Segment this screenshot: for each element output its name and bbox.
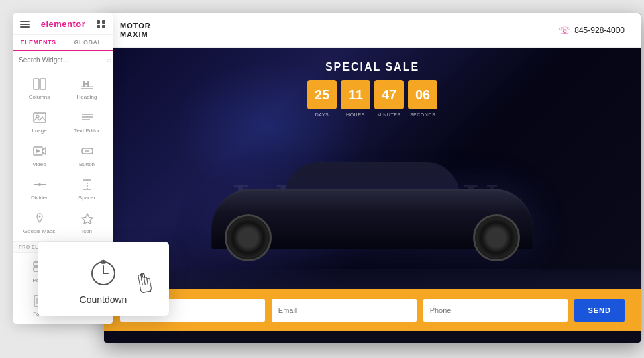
video-icon [30, 143, 49, 159]
car-wheel-left [225, 214, 272, 261]
svg-rect-1 [40, 79, 46, 89]
divider-label: Divider [31, 195, 48, 201]
countdown-minutes-value: 47 [382, 88, 396, 101]
widget-video[interactable]: Video [16, 139, 62, 171]
svg-point-6 [36, 115, 39, 118]
website-preview: MOTOR MAXIM ☏ 845-928-4000 SPECIAL SALE … [104, 13, 641, 343]
countdown-tooltip-label: Countdown [80, 294, 127, 305]
countdown-hours-value: 11 [348, 88, 363, 101]
button-label: Button [79, 161, 95, 167]
sidebar-tabs: ELEMENTS GLOBAL [13, 35, 113, 51]
google-maps-icon [30, 210, 49, 226]
phone-icon: ☏ [559, 25, 571, 36]
countdown-seconds-value: 06 [415, 88, 430, 101]
special-sale-title: SPECIAL SALE [307, 61, 437, 73]
spacer-icon [78, 177, 97, 193]
sidebar-header: elementor [13, 13, 113, 35]
countdown-hours-box: 11 [341, 80, 370, 109]
google-maps-label: Google Maps [23, 228, 56, 234]
search-icon: ⌕ [107, 55, 111, 64]
phone-input[interactable] [423, 299, 568, 322]
icon-label: Icon [82, 228, 92, 234]
svg-point-39 [103, 260, 105, 262]
hamburger-line-3 [20, 26, 30, 28]
heading-icon: H [78, 76, 97, 92]
svg-point-19 [38, 216, 40, 218]
countdown-boxes: 25 11 47 06 [307, 80, 437, 109]
countdown-clock-icon [87, 255, 120, 289]
widget-button[interactable]: Button [64, 139, 110, 171]
svg-rect-5 [34, 113, 46, 122]
widget-google-maps[interactable]: Google Maps [16, 206, 62, 238]
widget-text-editor[interactable]: Text Editor [64, 105, 110, 138]
elementor-logo: elementor [41, 19, 86, 29]
text-editor-label: Text Editor [74, 128, 100, 134]
widget-image[interactable]: Image [16, 105, 62, 138]
countdown-seconds-box: 06 [408, 80, 437, 109]
send-button[interactable]: SEND [574, 299, 625, 322]
floor [104, 269, 641, 289]
grid-view-icon[interactable] [97, 20, 106, 28]
email-input[interactable] [272, 299, 417, 322]
site-header: MOTOR MAXIM ☏ 845-928-4000 [104, 13, 641, 48]
site-logo: MOTOR MAXIM [120, 21, 151, 39]
divider-icon [30, 177, 49, 193]
widget-spacer[interactable]: Spacer [64, 173, 110, 205]
countdown-minutes-box: 47 [374, 80, 404, 109]
columns-icon [30, 76, 49, 92]
widgets-grid: Columns H Heading Image [13, 69, 113, 241]
hours-label: HOURS [341, 112, 370, 117]
hamburger-menu[interactable] [20, 21, 30, 28]
hamburger-line-2 [20, 24, 30, 25]
svg-marker-11 [36, 149, 40, 153]
widget-divider[interactable]: Divider [16, 173, 62, 205]
countdown-labels: DAYS HOURS MINUTES SECONDS [307, 112, 437, 117]
hamburger-line-1 [20, 21, 30, 22]
tab-global[interactable]: GLOBAL [63, 35, 113, 50]
special-sale-section: SPECIAL SALE 25 11 47 06 DAYS HOURS MINU… [307, 61, 437, 117]
countdown-days-box: 25 [307, 80, 337, 109]
spacer-label: Spacer [78, 195, 95, 201]
widget-heading[interactable]: H Heading [64, 72, 110, 104]
countdown-days-value: 25 [315, 88, 329, 101]
seconds-label: SECONDS [408, 112, 437, 117]
car-shape [184, 169, 560, 276]
site-form: SEND [104, 289, 641, 331]
car-wheel-right [473, 214, 520, 261]
text-editor-icon [78, 109, 97, 126]
search-box[interactable]: ⌕ [13, 51, 113, 69]
svg-point-15 [38, 183, 41, 186]
svg-rect-0 [34, 79, 39, 89]
search-input[interactable] [19, 56, 104, 64]
image-label: Image [32, 128, 46, 134]
site-phone: ☏ 845-928-4000 [559, 25, 625, 36]
svg-marker-20 [82, 214, 93, 224]
icon-widget-icon [78, 210, 97, 226]
video-label: Video [32, 161, 46, 167]
tab-elements[interactable]: ELEMENTS [13, 35, 63, 51]
widget-icon[interactable]: Icon [64, 206, 110, 238]
widget-columns[interactable]: Columns [16, 72, 62, 104]
image-icon [30, 109, 49, 126]
days-label: DAYS [307, 112, 337, 117]
site-hero: SPECIAL SALE 25 11 47 06 DAYS HOURS MINU… [104, 48, 641, 289]
columns-label: Columns [29, 94, 50, 100]
button-icon [78, 143, 97, 159]
minutes-label: MINUTES [374, 112, 404, 117]
heading-label: Heading [77, 94, 97, 100]
svg-text:H: H [83, 79, 89, 89]
